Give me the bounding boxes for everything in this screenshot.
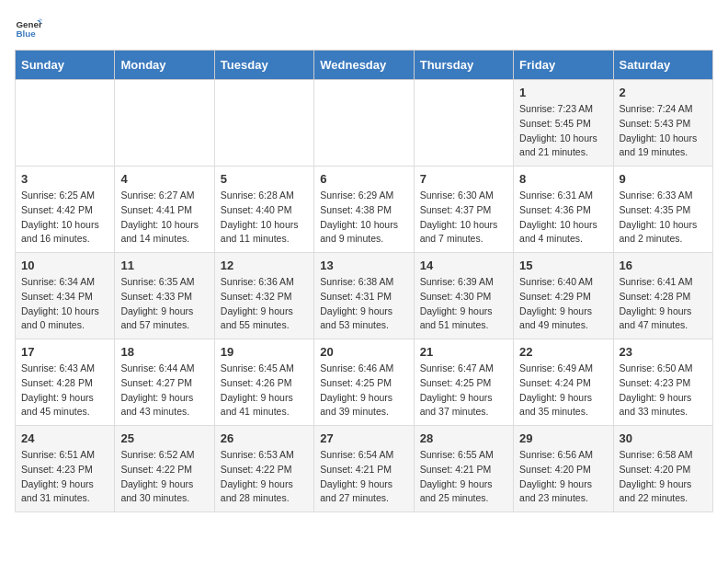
day-info: Sunrise: 6:33 AMSunset: 4:35 PMDaylight:… xyxy=(620,189,707,247)
day-cell: 11Sunrise: 6:35 AMSunset: 4:33 PMDayligh… xyxy=(115,253,214,339)
day-info: Sunrise: 6:40 AMSunset: 4:29 PMDaylight:… xyxy=(519,275,607,333)
day-info: Sunrise: 6:29 AMSunset: 4:38 PMDaylight:… xyxy=(320,189,407,247)
day-info: Sunrise: 6:51 AMSunset: 4:23 PMDaylight:… xyxy=(21,448,108,506)
svg-text:Blue: Blue xyxy=(17,29,37,39)
day-cell: 7Sunrise: 6:30 AMSunset: 4:37 PMDaylight… xyxy=(414,167,513,253)
logo: General Blue xyxy=(15,15,42,42)
week-row-5: 24Sunrise: 6:51 AMSunset: 4:23 PMDayligh… xyxy=(16,426,713,512)
day-number: 13 xyxy=(320,259,407,272)
day-cell: 3Sunrise: 6:25 AMSunset: 4:42 PMDaylight… xyxy=(16,167,115,253)
day-info: Sunrise: 6:28 AMSunset: 4:40 PMDaylight:… xyxy=(221,189,308,247)
day-info: Sunrise: 6:36 AMSunset: 4:32 PMDaylight:… xyxy=(221,275,308,333)
day-info: Sunrise: 6:35 AMSunset: 4:33 PMDaylight:… xyxy=(120,275,208,333)
day-number: 18 xyxy=(120,345,208,359)
day-info: Sunrise: 6:30 AMSunset: 4:37 PMDaylight:… xyxy=(420,189,507,247)
day-info: Sunrise: 6:41 AMSunset: 4:28 PMDaylight:… xyxy=(620,275,707,333)
day-cell: 22Sunrise: 6:49 AMSunset: 4:24 PMDayligh… xyxy=(514,339,613,426)
header-day-wednesday: Wednesday xyxy=(314,51,414,80)
day-cell: 17Sunrise: 6:43 AMSunset: 4:28 PMDayligh… xyxy=(16,339,115,426)
day-cell: 6Sunrise: 6:29 AMSunset: 4:38 PMDaylight… xyxy=(314,167,414,253)
day-cell xyxy=(214,80,313,167)
day-info: Sunrise: 6:56 AMSunset: 4:20 PMDaylight:… xyxy=(519,448,607,506)
day-number: 17 xyxy=(21,345,108,359)
day-number: 24 xyxy=(21,431,108,445)
day-info: Sunrise: 6:47 AMSunset: 4:25 PMDaylight:… xyxy=(420,362,507,419)
day-number: 6 xyxy=(320,172,407,186)
day-cell: 26Sunrise: 6:53 AMSunset: 4:22 PMDayligh… xyxy=(214,426,313,512)
day-cell: 24Sunrise: 6:51 AMSunset: 4:23 PMDayligh… xyxy=(16,426,115,512)
day-info: Sunrise: 6:46 AMSunset: 4:25 PMDaylight:… xyxy=(320,362,407,419)
day-cell: 18Sunrise: 6:44 AMSunset: 4:27 PMDayligh… xyxy=(115,339,214,426)
day-cell: 19Sunrise: 6:45 AMSunset: 4:26 PMDayligh… xyxy=(214,339,313,426)
header-day-monday: Monday xyxy=(115,51,214,80)
day-number: 1 xyxy=(519,86,607,99)
day-cell: 9Sunrise: 6:33 AMSunset: 4:35 PMDaylight… xyxy=(613,167,712,253)
day-cell: 14Sunrise: 6:39 AMSunset: 4:30 PMDayligh… xyxy=(414,253,513,339)
week-row-4: 17Sunrise: 6:43 AMSunset: 4:28 PMDayligh… xyxy=(16,339,713,426)
day-number: 30 xyxy=(620,431,707,445)
header-row: SundayMondayTuesdayWednesdayThursdayFrid… xyxy=(16,51,713,80)
day-cell xyxy=(16,80,115,167)
day-info: Sunrise: 6:39 AMSunset: 4:30 PMDaylight:… xyxy=(420,275,507,333)
day-info: Sunrise: 6:38 AMSunset: 4:31 PMDaylight:… xyxy=(320,275,407,333)
day-number: 14 xyxy=(420,259,507,272)
day-number: 22 xyxy=(519,345,607,359)
day-cell xyxy=(115,80,214,167)
day-info: Sunrise: 6:54 AMSunset: 4:21 PMDaylight:… xyxy=(320,448,407,506)
day-cell: 21Sunrise: 6:47 AMSunset: 4:25 PMDayligh… xyxy=(414,339,513,426)
day-cell: 4Sunrise: 6:27 AMSunset: 4:41 PMDaylight… xyxy=(115,167,214,253)
day-cell: 23Sunrise: 6:50 AMSunset: 4:23 PMDayligh… xyxy=(613,339,712,426)
day-cell: 25Sunrise: 6:52 AMSunset: 4:22 PMDayligh… xyxy=(115,426,214,512)
day-number: 28 xyxy=(420,431,507,445)
day-number: 27 xyxy=(320,431,407,445)
day-number: 4 xyxy=(120,172,208,186)
day-info: Sunrise: 6:34 AMSunset: 4:34 PMDaylight:… xyxy=(21,275,108,333)
day-info: Sunrise: 6:25 AMSunset: 4:42 PMDaylight:… xyxy=(21,189,108,247)
week-row-2: 3Sunrise: 6:25 AMSunset: 4:42 PMDaylight… xyxy=(16,167,713,253)
header-day-friday: Friday xyxy=(514,51,613,80)
day-cell: 1Sunrise: 7:23 AMSunset: 5:45 PMDaylight… xyxy=(514,80,613,167)
day-number: 19 xyxy=(221,345,308,359)
logo-icon: General Blue xyxy=(15,15,42,42)
day-number: 9 xyxy=(620,172,707,186)
week-row-3: 10Sunrise: 6:34 AMSunset: 4:34 PMDayligh… xyxy=(16,253,713,339)
day-number: 16 xyxy=(620,259,707,272)
header-day-tuesday: Tuesday xyxy=(214,51,313,80)
day-info: Sunrise: 6:27 AMSunset: 4:41 PMDaylight:… xyxy=(120,189,208,247)
day-number: 5 xyxy=(221,172,308,186)
day-cell: 13Sunrise: 6:38 AMSunset: 4:31 PMDayligh… xyxy=(314,253,414,339)
day-cell: 30Sunrise: 6:58 AMSunset: 4:20 PMDayligh… xyxy=(613,426,712,512)
week-row-1: 1Sunrise: 7:23 AMSunset: 5:45 PMDaylight… xyxy=(16,80,713,167)
day-info: Sunrise: 6:50 AMSunset: 4:23 PMDaylight:… xyxy=(620,362,707,419)
day-info: Sunrise: 6:31 AMSunset: 4:36 PMDaylight:… xyxy=(519,189,607,247)
calendar-body: 1Sunrise: 7:23 AMSunset: 5:45 PMDaylight… xyxy=(16,80,713,512)
day-number: 25 xyxy=(120,431,208,445)
day-cell xyxy=(414,80,513,167)
day-info: Sunrise: 6:52 AMSunset: 4:22 PMDaylight:… xyxy=(120,448,208,506)
day-info: Sunrise: 7:24 AMSunset: 5:43 PMDaylight:… xyxy=(620,102,707,160)
day-cell: 15Sunrise: 6:40 AMSunset: 4:29 PMDayligh… xyxy=(514,253,613,339)
calendar-header: SundayMondayTuesdayWednesdayThursdayFrid… xyxy=(16,51,713,80)
day-info: Sunrise: 6:55 AMSunset: 4:21 PMDaylight:… xyxy=(420,448,507,506)
day-cell: 10Sunrise: 6:34 AMSunset: 4:34 PMDayligh… xyxy=(16,253,115,339)
day-info: Sunrise: 6:44 AMSunset: 4:27 PMDaylight:… xyxy=(120,362,208,419)
header-day-thursday: Thursday xyxy=(414,51,513,80)
day-number: 23 xyxy=(620,345,707,359)
day-number: 29 xyxy=(519,431,607,445)
day-cell: 8Sunrise: 6:31 AMSunset: 4:36 PMDaylight… xyxy=(514,167,613,253)
header-day-sunday: Sunday xyxy=(16,51,115,80)
day-cell: 12Sunrise: 6:36 AMSunset: 4:32 PMDayligh… xyxy=(214,253,313,339)
day-number: 11 xyxy=(120,259,208,272)
day-cell: 29Sunrise: 6:56 AMSunset: 4:20 PMDayligh… xyxy=(514,426,613,512)
day-cell xyxy=(314,80,414,167)
day-cell: 27Sunrise: 6:54 AMSunset: 4:21 PMDayligh… xyxy=(314,426,414,512)
day-info: Sunrise: 6:49 AMSunset: 4:24 PMDaylight:… xyxy=(519,362,607,419)
day-info: Sunrise: 6:53 AMSunset: 4:22 PMDaylight:… xyxy=(221,448,308,506)
calendar-table: SundayMondayTuesdayWednesdayThursdayFrid… xyxy=(15,50,713,512)
day-number: 3 xyxy=(21,172,108,186)
day-info: Sunrise: 6:43 AMSunset: 4:28 PMDaylight:… xyxy=(21,362,108,419)
day-number: 7 xyxy=(420,172,507,186)
day-cell: 2Sunrise: 7:24 AMSunset: 5:43 PMDaylight… xyxy=(613,80,712,167)
day-number: 21 xyxy=(420,345,507,359)
day-cell: 28Sunrise: 6:55 AMSunset: 4:21 PMDayligh… xyxy=(414,426,513,512)
